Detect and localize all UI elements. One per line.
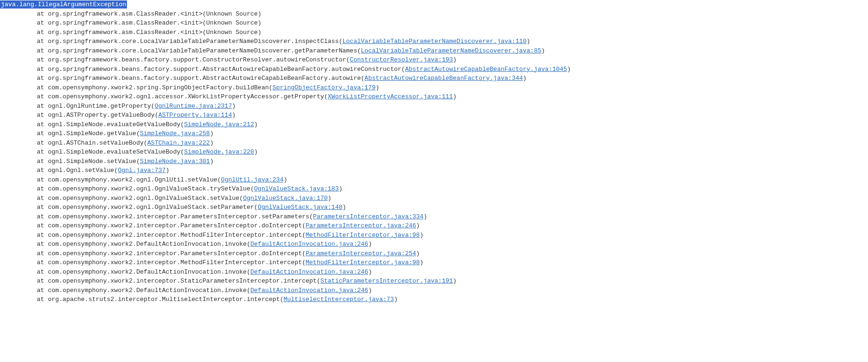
close-paren: ) <box>284 176 287 183</box>
source-file-link[interactable]: MethodFilterInterceptor.java:98 <box>306 232 420 239</box>
source-file-link[interactable]: MultiselectInterceptor.java:73 <box>284 296 394 303</box>
stack-frame-text: at org.springframework.asm.ClassReader.<… <box>37 10 261 17</box>
stack-frame: at com.opensymphony.xwork2.interceptor.M… <box>0 231 868 240</box>
source-file-link[interactable]: DefaultActionInvocation.java:246 <box>250 287 368 294</box>
stack-frame-text: at com.opensymphony.xwork2.interceptor.S… <box>37 277 320 284</box>
stack-frame-text: at com.opensymphony.xwork2.ognl.OgnlValu… <box>37 204 258 211</box>
stack-frame: at com.opensymphony.xwork2.interceptor.S… <box>0 276 868 286</box>
stack-frame: at com.opensymphony.xwork2.interceptor.M… <box>0 258 868 267</box>
source-file-link[interactable]: OgnlValueStack.java:170 <box>243 195 328 202</box>
stack-frame-text: at ognl.SimpleNode.setValue( <box>37 158 140 165</box>
source-file-link[interactable]: ParametersInterceptor.java:254 <box>306 250 416 257</box>
stack-frame: at com.opensymphony.xwork2.DefaultAction… <box>0 240 868 249</box>
source-file-link[interactable]: ParametersInterceptor.java:246 <box>306 222 416 229</box>
close-paren: ) <box>416 222 420 229</box>
stack-frame-text: at com.opensymphony.xwork2.DefaultAction… <box>37 241 250 248</box>
stack-frame: at ognl.SimpleNode.evaluateGetValueBody(… <box>0 120 868 129</box>
source-file-link[interactable]: XWorkListPropertyAccessor.java:111 <box>328 93 453 100</box>
stack-frame: at com.opensymphony.xwork2.ognl.OgnlValu… <box>0 184 868 194</box>
source-file-link[interactable]: ConstructorResolver.java:193 <box>350 56 453 63</box>
stack-frame: at org.springframework.beans.factory.sup… <box>0 55 868 65</box>
stack-trace-container: java.lang.IllegalArgumentException at or… <box>0 0 868 308</box>
close-paren: ) <box>453 277 457 284</box>
stack-frame-text: at com.opensymphony.xwork2.DefaultAction… <box>37 268 250 276</box>
exception-name[interactable]: java.lang.IllegalArgumentException <box>0 0 127 9</box>
stack-frame: at ognl.SimpleNode.evaluateSetValueBody(… <box>0 147 868 157</box>
stack-frame-text: at com.opensymphony.xwork2.spring.Spring… <box>37 84 272 91</box>
source-file-link[interactable]: SimpleNode.java:220 <box>184 148 254 155</box>
source-file-link[interactable]: SimpleNode.java:212 <box>184 121 254 128</box>
source-file-link[interactable]: AbstractAutowireCapableBeanFactory.java:… <box>364 75 522 82</box>
close-paren: ) <box>210 130 214 137</box>
source-file-link[interactable]: ASTProperty.java:114 <box>158 112 232 119</box>
stack-frame-text: at ognl.Ognl.setValue( <box>37 167 118 174</box>
stack-frame-text: at org.springframework.beans.factory.sup… <box>37 66 405 73</box>
stack-frame-text: at org.springframework.beans.factory.sup… <box>37 75 364 82</box>
stack-frame: at ognl.OgnlRuntime.getProperty(OgnlRunt… <box>0 102 868 111</box>
source-file-link[interactable]: MethodFilterInterceptor.java:98 <box>306 259 420 266</box>
source-file-link[interactable]: SimpleNode.java:258 <box>140 130 210 137</box>
source-file-link[interactable]: DefaultActionInvocation.java:246 <box>250 268 368 276</box>
stack-frame: at ognl.SimpleNode.getValue(SimpleNode.j… <box>0 129 868 138</box>
close-paren: ) <box>232 103 236 110</box>
close-paren: ) <box>343 204 346 211</box>
close-paren: ) <box>339 185 343 192</box>
stack-frame-text: at com.opensymphony.xwork2.interceptor.P… <box>37 213 313 220</box>
stack-frame-text: at ognl.ASTChain.setValueBody( <box>37 139 147 147</box>
stack-frame: at com.opensymphony.xwork2.ognl.OgnlValu… <box>0 194 868 203</box>
stack-frame-text: at ognl.SimpleNode.getValue( <box>37 130 140 137</box>
source-file-link[interactable]: SpringObjectFactory.java:179 <box>272 84 375 91</box>
stack-frame-text: at ognl.SimpleNode.evaluateSetValueBody( <box>37 148 184 155</box>
close-paren: ) <box>210 139 214 147</box>
source-file-link[interactable]: AbstractAutowireCapableBeanFactory.java:… <box>405 66 567 73</box>
stack-frame-text: at com.opensymphony.xwork2.interceptor.P… <box>37 250 306 257</box>
stack-frame-text: at org.springframework.core.LocalVariabl… <box>37 47 361 54</box>
source-file-link[interactable]: OgnlValueStack.java:148 <box>258 204 342 211</box>
source-file-link[interactable]: DefaultActionInvocation.java:246 <box>250 241 368 248</box>
stack-frame: at com.opensymphony.xwork2.ognl.OgnlValu… <box>0 203 868 212</box>
source-file-link[interactable]: OgnlValueStack.java:183 <box>254 185 338 192</box>
close-paren: ) <box>423 213 427 220</box>
close-paren: ) <box>453 93 457 100</box>
stack-frame: at org.springframework.asm.ClassReader.<… <box>0 9 868 19</box>
stack-frame: at com.opensymphony.xwork2.interceptor.P… <box>0 212 868 222</box>
source-file-link[interactable]: LocalVariableTableParameterNameDiscovere… <box>343 38 527 45</box>
close-paren: ) <box>210 158 214 165</box>
stack-frame-text: at com.opensymphony.xwork2.DefaultAction… <box>37 287 250 294</box>
close-paren: ) <box>527 38 531 45</box>
stack-frame: at com.opensymphony.xwork2.interceptor.P… <box>0 221 868 231</box>
stack-frame: at com.opensymphony.xwork2.spring.Spring… <box>0 83 868 93</box>
source-file-link[interactable]: StaticParametersInterceptor.java:191 <box>320 277 453 284</box>
source-file-link[interactable]: LocalVariableTableParameterNameDiscovere… <box>361 47 541 54</box>
stack-frame: at com.opensymphony.xwork2.ognl.accessor… <box>0 92 868 102</box>
source-file-link[interactable]: ASTChain.java:222 <box>147 139 210 147</box>
stack-frame: at org.springframework.beans.factory.sup… <box>0 74 868 83</box>
stack-frame-text: at ognl.SimpleNode.evaluateGetValueBody( <box>37 121 184 128</box>
source-file-link[interactable]: ParametersInterceptor.java:334 <box>313 213 423 220</box>
stack-frame-text: at com.opensymphony.xwork2.ognl.OgnlUtil… <box>37 176 221 183</box>
stack-frame-text: at ognl.OgnlRuntime.getProperty( <box>37 103 155 110</box>
stack-frame: at com.opensymphony.xwork2.ognl.OgnlUtil… <box>0 175 868 185</box>
exception-line-wrapper: java.lang.IllegalArgumentException <box>0 0 868 9</box>
close-paren: ) <box>420 259 423 266</box>
source-file-link[interactable]: OgnlUtil.java:234 <box>221 176 284 183</box>
close-paren: ) <box>166 167 169 174</box>
stack-frame: at org.springframework.beans.factory.sup… <box>0 65 868 74</box>
close-paren: ) <box>254 148 258 155</box>
source-file-link[interactable]: SimpleNode.java:301 <box>140 158 210 165</box>
stack-frame-text: at org.springframework.asm.ClassReader.<… <box>37 29 261 36</box>
stack-frame-text: at org.apache.struts2.interceptor.Multis… <box>37 296 284 303</box>
close-paren: ) <box>541 47 545 54</box>
stack-frame: at org.apache.struts2.interceptor.Multis… <box>0 295 868 304</box>
source-file-link[interactable]: Ognl.java:737 <box>118 167 166 174</box>
close-paren: ) <box>416 250 420 257</box>
stack-frame-text: at org.springframework.beans.factory.sup… <box>37 56 350 63</box>
stack-frame: at com.opensymphony.xwork2.DefaultAction… <box>0 267 868 277</box>
close-paren: ) <box>232 112 236 119</box>
stack-frame-text: at com.opensymphony.xwork2.interceptor.M… <box>37 259 306 266</box>
stack-frame-text: at com.opensymphony.xwork2.interceptor.M… <box>37 232 306 239</box>
stack-frame-text: at ognl.ASTProperty.getValueBody( <box>37 112 158 119</box>
close-paren: ) <box>328 195 331 202</box>
stack-frame-text: at com.opensymphony.xwork2.ognl.accessor… <box>37 93 328 100</box>
source-file-link[interactable]: OgnlRuntime.java:2317 <box>155 103 232 110</box>
